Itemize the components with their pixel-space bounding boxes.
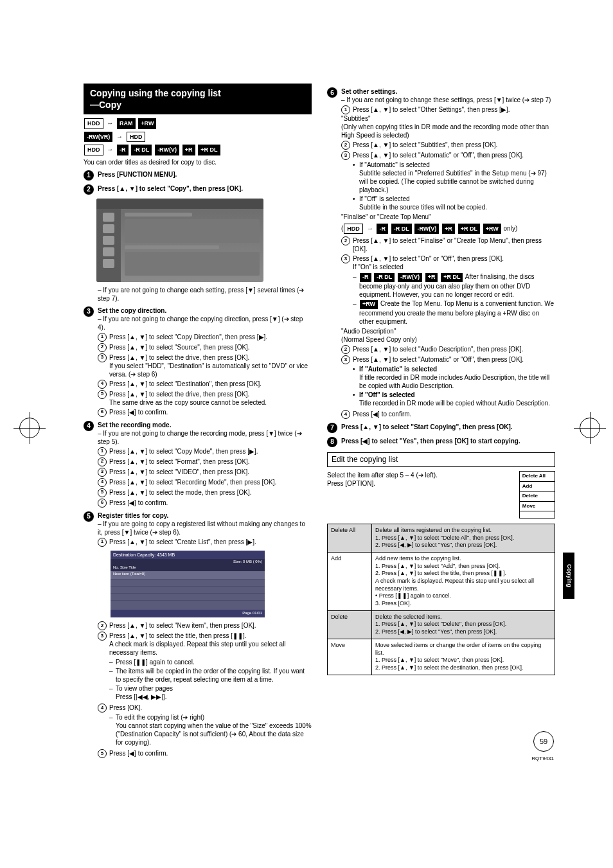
step6-as2: Press [▲, ▼] to select "Audio Descriptio… xyxy=(353,345,555,354)
badge-plus-rw: +RW xyxy=(138,118,156,128)
step-3: 3 Set the copy direction. – If you are n… xyxy=(84,306,312,417)
cell-delete-h: Delete xyxy=(328,610,372,639)
step3-s1: Press [▲, ▼] to select "Copy Direction",… xyxy=(109,333,312,342)
step-4-title: Set the recording mode. xyxy=(98,421,312,429)
badge-ram: RAM xyxy=(117,118,136,128)
substep-4: 4 xyxy=(98,704,107,713)
step6-as3: Press [▲, ▼] to select "Automatic" or "O… xyxy=(353,356,524,363)
step-number-7: 7 xyxy=(327,423,337,433)
badge-rwv: -RW(V) xyxy=(414,224,439,234)
step-3-title: Set the copy direction. xyxy=(98,306,312,315)
step-2: 2 Press [▲, ▼] to select "Copy", then pr… xyxy=(84,184,312,195)
off-hdr: If "Off" is selected xyxy=(359,195,410,202)
option-menu: Delete All Add Delete Move xyxy=(519,471,555,518)
f-on2-text: Create the Top Menu. Top Menu is a conve… xyxy=(359,300,554,325)
step-8-text: Press [◀] to select "Yes", then press [O… xyxy=(341,437,555,447)
step5-s4b: To edit the copying list (➔ right) xyxy=(116,714,204,721)
step-5-note: – If you are going to copy a registered … xyxy=(98,520,312,536)
substep-4: 4 xyxy=(98,478,107,487)
substep-1: 1 xyxy=(98,538,107,547)
off-body: Subtitle in the source titles will not b… xyxy=(359,204,487,211)
step6-fs3: Press [▲, ▼] to select "On" or "Off", th… xyxy=(353,255,504,262)
step4-s4: Press [▲, ▼] to select "Recording Mode",… xyxy=(109,478,312,487)
badge-plusr: +R xyxy=(425,273,438,282)
step5-s4c: You cannot start copying when the value … xyxy=(116,722,312,746)
a-auto-body: If title recorded in DR mode includes Au… xyxy=(359,374,549,389)
substep-3: 3 xyxy=(98,632,107,641)
substep-3: 3 xyxy=(98,468,107,477)
right-arrow-icon: → xyxy=(367,224,373,234)
step6-s3: Press [▲, ▼] to select "Automatic" or "O… xyxy=(353,152,524,159)
step-4-note: – If you are not going to change the rec… xyxy=(98,429,312,446)
badge-rwvr: -RW(VR) xyxy=(84,132,112,142)
step-6: 6 Set other settings. – If you are not g… xyxy=(327,87,555,419)
step-7-text: Press [▲, ▼] to select "Start Copying", … xyxy=(341,423,555,433)
option-delete[interactable]: Delete xyxy=(520,492,555,501)
audio-note: (Normal Speed Copy only) xyxy=(341,335,555,344)
ui-screenshot-function-menu xyxy=(96,199,263,282)
edit-functions-table: Delete All Delete all items registered o… xyxy=(327,524,555,675)
intro-text: You can order titles as desired for copy… xyxy=(84,158,312,166)
list-page: Page 01/01 xyxy=(111,610,265,617)
step-2-note: – If you are not going to change each se… xyxy=(98,286,312,303)
substep-2: 2 xyxy=(98,621,107,630)
substep-1: 1 xyxy=(98,447,107,456)
cell-delete-all-h: Delete All xyxy=(328,524,372,552)
badge-plusrdl: +R DL xyxy=(198,145,220,155)
cell-delete: Delete the selected items. 1. Press [▲, … xyxy=(372,610,555,639)
cell-delete-all: Delete all items registered on the copyi… xyxy=(372,524,555,552)
substep-6: 6 xyxy=(98,499,107,508)
substep-4: 4 xyxy=(341,410,350,419)
step-number-1: 1 xyxy=(84,170,94,181)
audio-header: "Audio Description" xyxy=(341,327,555,335)
step5-d2: The items will be copied in the order of… xyxy=(109,667,312,684)
step-number-4: 4 xyxy=(84,421,94,431)
option-move[interactable]: Move xyxy=(520,502,555,511)
badge-plusr: +R xyxy=(442,224,455,234)
step5-s5: Press [◀] to confirm. xyxy=(109,749,312,758)
page-number: 59 xyxy=(533,731,554,752)
badge-plusrw: +RW xyxy=(360,300,378,309)
step3-s2: Press [▲, ▼] to select "Source", then pr… xyxy=(109,343,312,352)
badge-hdd: HDD xyxy=(84,118,103,128)
badge-hdd-3: HDD xyxy=(84,145,103,155)
substep-3: 3 xyxy=(98,353,107,362)
footer-code: RQT9431 xyxy=(531,756,554,762)
cell-move: Move selected items or change the order … xyxy=(372,639,555,675)
step5-d1: Press [❚❚] again to cancel. xyxy=(109,658,312,666)
media-badges-row-3: HDD → -R -R DL -RW(V) +R +R DL xyxy=(84,145,312,155)
right-arrow-icon: → xyxy=(107,145,113,155)
finalise-header: "Finalise" or "Create Top Menu" xyxy=(341,213,555,221)
option-add[interactable]: Add xyxy=(520,482,555,492)
step-1: 1 Press [FUNCTION MENU]. xyxy=(84,170,312,181)
left-column: Copying using the copying list —Copy HDD… xyxy=(84,84,312,758)
subtitles-note: (Only when copying titles in DR mode and… xyxy=(341,123,555,139)
cell-add: Add new items to the copying list. 1. Pr… xyxy=(372,552,555,610)
step4-s5: Press [▲, ▼] to select the mode, then pr… xyxy=(109,488,312,497)
list-new-item: New item (Total=0) xyxy=(111,571,265,580)
substep-2: 2 xyxy=(341,141,350,150)
badge-plusrdl: +R DL xyxy=(441,273,463,282)
right-arrow-icon: → xyxy=(116,132,123,142)
step6-s2: Press [▲, ▼] to select "Subtitles", then… xyxy=(353,141,555,150)
option-delete-all[interactable]: Delete All xyxy=(520,472,555,481)
ui-screenshot-copying-list: Destination Capacity: 4343 MB Size: 0 MB… xyxy=(111,551,265,617)
badge-rdl: -R DL xyxy=(131,145,152,155)
substep-4: 4 xyxy=(98,380,107,389)
media-badges-row-2: -RW(VR) → HDD xyxy=(84,132,312,142)
step-5: 5 Register titles for copy. – If you are… xyxy=(84,511,312,758)
step-8: 8 Press [◀] to select "Yes", then press … xyxy=(327,437,555,447)
cell-add-h: Add xyxy=(328,552,372,610)
step6-s1: Press [▲, ▼] to select "Other Settings",… xyxy=(353,105,555,114)
step4-s3: Press [▲, ▼] to select "VIDEO", then pre… xyxy=(109,468,312,477)
registration-mark-right xyxy=(580,418,600,438)
step-number-5: 5 xyxy=(84,511,94,522)
substep-1: 1 xyxy=(98,333,107,342)
step3-s6: Press [◀] to confirm. xyxy=(109,408,312,417)
step-1-text: Press [FUNCTION MENU]. xyxy=(98,170,312,181)
auto-body: Subtitle selected in "Preferred Subtitle… xyxy=(359,170,547,193)
list-size: Size: 0 MB ( 0%) xyxy=(111,559,265,565)
step4-s1: Press [▲, ▼] to select "Copy Mode", then… xyxy=(109,447,312,456)
bidir-arrow-icon: ↔ xyxy=(107,118,113,128)
step6-fs2: Press [▲, ▼] to select "Finalise" or "Cr… xyxy=(353,236,555,253)
